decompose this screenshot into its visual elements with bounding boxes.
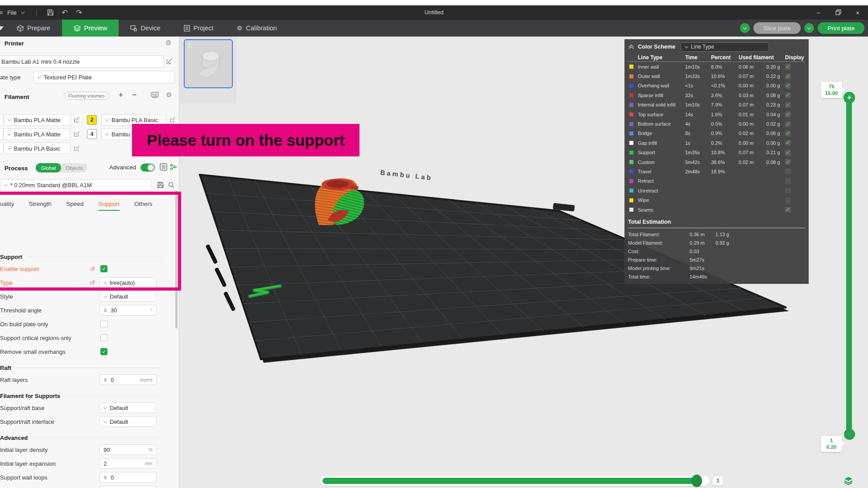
scope-global[interactable]: Global (36, 163, 61, 172)
tab-preview[interactable]: Preview (62, 20, 119, 37)
on-build-plate-only-checkbox[interactable] (100, 320, 107, 328)
plate-type-select[interactable]: Textured PEI Plate (33, 71, 175, 83)
unretract-display-checkbox[interactable] (785, 188, 791, 193)
setting-row-on-build-plate-only: On build plate only (0, 319, 161, 329)
filament-1-edit-icon[interactable] (74, 117, 80, 123)
preset-list-icon[interactable] (160, 163, 167, 172)
retract-display-checkbox[interactable] (785, 178, 791, 184)
objects-link-icon[interactable] (169, 163, 177, 172)
search-preset-icon[interactable] (168, 181, 175, 190)
save-icon[interactable] (45, 8, 55, 17)
layers-view-icon[interactable] (843, 476, 853, 488)
overhang-wall-display-checkbox[interactable]: ✓ (785, 83, 791, 89)
initial-layer-expansion-field[interactable]: 2mm (99, 458, 157, 469)
layer-range-slider-track[interactable] (846, 98, 852, 435)
type-select[interactable]: tree(auto) (99, 277, 157, 288)
stepper-arrows-icon[interactable] (103, 308, 107, 312)
top-z-distance-field[interactable]: 0.2mm (99, 486, 157, 488)
filament-5-select[interactable]: Bambu PLA Basic (4, 143, 70, 154)
filament-4-color-chip[interactable]: 4 (87, 129, 97, 139)
maximize-button[interactable] (834, 9, 842, 16)
wipe-display-checkbox[interactable] (785, 197, 791, 203)
tab-device[interactable]: Device (119, 20, 172, 37)
top-surface-display-checkbox[interactable]: ✓ (785, 111, 791, 117)
undo-icon[interactable]: ↶ (60, 8, 70, 17)
reset-to-default-icon[interactable]: ↺ (87, 279, 97, 286)
support-wall-loops-stepper[interactable]: 0 (99, 472, 157, 483)
file-menu[interactable]: File (7, 9, 17, 16)
bridge-display-checkbox[interactable]: ✓ (785, 131, 791, 136)
tab-prepare[interactable]: Prepare (5, 20, 62, 37)
travel-display-checkbox[interactable] (785, 168, 791, 174)
settings-scrollbar[interactable] (175, 190, 178, 328)
printer-edit-icon[interactable] (166, 58, 173, 65)
outer-wall-display-checkbox[interactable]: ✓ (785, 74, 791, 79)
filament-settings-gear-icon[interactable]: ⚙ (166, 91, 172, 99)
bottom-surface-display-checkbox[interactable]: ✓ (785, 121, 791, 127)
stepper-arrows-icon[interactable] (103, 476, 107, 480)
gap-infill-display-checkbox[interactable]: ✓ (785, 140, 791, 146)
file-menu-chevron-icon[interactable] (21, 10, 25, 14)
remove-filament-button[interactable]: − (130, 91, 138, 99)
enable-support-checkbox[interactable]: ✓ (100, 265, 107, 272)
process-scope-segmented[interactable]: Global Objects (36, 163, 87, 172)
layer-slider-bottom-handle[interactable] (844, 429, 855, 440)
support-critical-regions-only-checkbox[interactable] (100, 334, 107, 341)
ams-icon[interactable] (151, 92, 159, 100)
filament-2-color-chip[interactable]: 2 (87, 115, 97, 125)
filament-1-select[interactable]: Bambu PLA Matte (4, 114, 70, 126)
style-select[interactable]: Default (99, 291, 157, 302)
color-scheme-select[interactable]: Line Type (681, 42, 769, 52)
threshold-angle-stepper[interactable]: 30° (99, 305, 157, 316)
advanced-toggle[interactable] (141, 164, 155, 172)
move-progress-slider[interactable]: 3 (320, 476, 709, 486)
support-display-checkbox[interactable]: ✓ (785, 150, 791, 156)
redo-icon[interactable]: ↷ (74, 8, 84, 17)
tab-strength[interactable]: Strength (29, 201, 52, 211)
flushing-volumes-button[interactable]: Flushing volumes (64, 92, 109, 100)
clipped-arrow-icon (0, 26, 4, 30)
seams-display-checkbox[interactable]: ✓ (785, 207, 791, 213)
tab-others[interactable]: Others (134, 201, 153, 211)
custom-display-checkbox[interactable]: ✓ (785, 159, 791, 165)
filament-3-edit-icon[interactable] (74, 131, 80, 137)
slice-options-chevron[interactable] (740, 23, 750, 33)
collapse-panel-icon[interactable] (628, 44, 634, 49)
inner-wall-display-checkbox[interactable]: ✓ (785, 64, 791, 70)
legend-row-overhang-wall: Overhang wall<1s<0.1%0.00 m0.00 g✓ (628, 81, 805, 90)
printer-name-input[interactable]: Bambu Lab A1 mini 0.4 nozzle (0, 55, 164, 68)
support-raft-interface-select[interactable]: Default (99, 416, 157, 427)
add-filament-button[interactable]: + (117, 91, 125, 99)
reset-to-default-icon[interactable]: ↺ (87, 265, 97, 272)
close-button[interactable]: × (854, 9, 862, 16)
minimize-button[interactable]: − (814, 9, 823, 16)
move-progress-handle[interactable] (691, 475, 702, 487)
sparse-infill-display-checkbox[interactable]: ✓ (785, 92, 791, 98)
tab-speed[interactable]: Speed (66, 201, 84, 211)
tab-quality[interactable]: uality (0, 201, 14, 211)
support-raft-base-select[interactable]: Default (99, 402, 157, 413)
app-menu-icon[interactable]: ≡ (0, 9, 3, 16)
print-plate-button[interactable]: Print plate (818, 22, 864, 34)
slice-plate-button[interactable]: Slice plate (753, 22, 801, 34)
remove-small-overhangs-checkbox[interactable]: ✓ (100, 348, 107, 355)
plate-thumbnail-1[interactable]: 1 (184, 39, 233, 88)
stepper-arrows-icon[interactable] (103, 378, 107, 382)
filament-2-edit-icon[interactable] (169, 117, 176, 123)
print-options-chevron[interactable] (804, 23, 814, 33)
save-preset-icon[interactable] (157, 181, 164, 190)
process-preset-select[interactable]: * 0.20mm Standard @BBL A1M (0, 179, 152, 191)
filament-3-select[interactable]: Bambu PLA Matte (4, 128, 70, 140)
tab-project[interactable]: Project (172, 20, 225, 37)
move-progress-badge[interactable]: 3 (713, 476, 723, 485)
setting-label: Style (0, 293, 89, 300)
raft-layers-stepper[interactable]: 0layers (99, 374, 157, 385)
initial-layer-density-field[interactable]: 90% (99, 444, 157, 455)
internal-solid-infill-display-checkbox[interactable]: ✓ (785, 102, 791, 108)
filament-5-edit-icon[interactable] (74, 145, 80, 152)
printer-settings-gear-icon[interactable]: ⚙ (165, 39, 171, 47)
scope-objects[interactable]: Objects (61, 164, 87, 172)
layer-slider-top-handle[interactable]: + (843, 92, 855, 103)
tab-calibration[interactable]: ⚙ Calibration (225, 20, 289, 37)
tab-support[interactable]: Support (99, 201, 120, 211)
